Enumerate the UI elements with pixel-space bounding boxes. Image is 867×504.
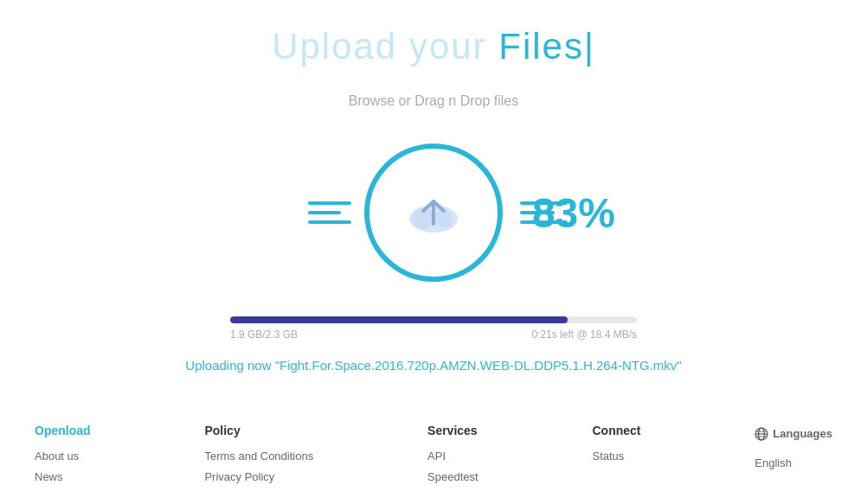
footer-col-languages: Languages English <box>755 424 832 473</box>
circle-ring <box>364 144 503 282</box>
subtitle: Browse or Drag n Drop files <box>349 93 519 109</box>
progress-bar-bg <box>230 316 637 323</box>
footer-col-connect: Connect Status <box>592 424 640 466</box>
title-regular: Upload your <box>272 26 498 67</box>
title-cursor: | <box>584 26 595 67</box>
upload-filename: Uploading now "Fight.For.Space.2016.720p… <box>185 358 681 373</box>
footer-connect-heading: Connect <box>592 424 640 437</box>
footer-link-english[interactable]: English <box>755 453 832 473</box>
footer-services-heading: Services <box>427 424 478 437</box>
footer-col-services: Services API Speedtest <box>427 424 478 487</box>
title-highlight: Files <box>498 26 584 67</box>
percent-display: 83% <box>532 189 615 237</box>
footer-link-status[interactable]: Status <box>592 446 640 466</box>
footer-link-terms[interactable]: Terms and Conditions <box>204 446 313 466</box>
footer-col-openload: Openload About us News <box>35 424 91 487</box>
footer-link-privacy[interactable]: Privacy Policy <box>204 467 313 487</box>
progress-bar-fill <box>230 316 568 323</box>
footer: Openload About us News Policy Terms and … <box>0 398 867 504</box>
footer-link-news[interactable]: News <box>35 467 91 487</box>
cloud-upload-icon <box>399 182 468 243</box>
progress-right: 0:21s left @ 18.4 MB/s <box>531 329 637 341</box>
progress-container: 1.9 GB/2.3 GB 0:21s left @ 18.4 MB/s <box>230 316 637 341</box>
footer-openload-heading: Openload <box>35 424 91 437</box>
svg-point-2 <box>435 210 453 227</box>
upload-icon-wrapper[interactable]: 83% <box>347 135 520 290</box>
footer-col-policy: Policy Terms and Conditions Privacy Poli… <box>204 424 313 487</box>
footer-link-speedtest[interactable]: Speedtest <box>427 467 478 487</box>
footer-policy-heading: Policy <box>204 424 313 437</box>
progress-info: 1.9 GB/2.3 GB 0:21s left @ 18.4 MB/s <box>230 329 637 341</box>
footer-link-about[interactable]: About us <box>35 446 91 466</box>
footer-link-api[interactable]: API <box>427 446 478 466</box>
speed-lines-left <box>308 201 351 224</box>
footer-languages-heading: Languages <box>755 424 832 443</box>
page-title: Upload your Files| <box>272 26 595 67</box>
progress-left: 1.9 GB/2.3 GB <box>230 329 298 341</box>
globe-icon <box>755 427 768 441</box>
